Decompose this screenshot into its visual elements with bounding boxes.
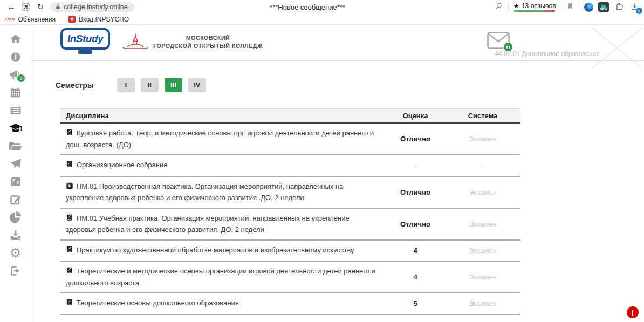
college-name-line1: Московский	[153, 34, 263, 42]
table-row: ПМ.01 Производственная практика. Организ…	[60, 177, 520, 209]
svg-text:A: A	[16, 180, 20, 185]
address-bar[interactable]: college.instudy.online	[51, 2, 134, 12]
col-header-discipline: Дисциплина	[60, 112, 386, 120]
table-row: Практикум по художественной обработке ма…	[60, 241, 520, 262]
browser-logo-icon[interactable]	[22, 3, 30, 11]
book-icon	[66, 266, 73, 278]
table-row: Организационное собрание - -	[60, 155, 520, 177]
extension-hand-icon[interactable]	[614, 1, 624, 13]
sidebar-nav: 3 A	[0, 25, 31, 322]
toolbar-separator	[561, 3, 561, 11]
main-area: InStudy Московский	[31, 25, 644, 322]
discipline-text: Курсовая работа. Теор. и методические ос…	[66, 129, 374, 149]
sidebar-item-messages[interactable]	[0, 155, 31, 173]
play-icon	[66, 182, 73, 193]
semester-tab-3-active[interactable]: III	[165, 78, 182, 92]
downloads-button[interactable]: 2	[629, 1, 641, 13]
grade-value: 4	[386, 273, 445, 281]
list-card-icon	[9, 104, 22, 117]
alert-notification-button[interactable]: !	[627, 306, 639, 318]
discipline-text: Теоретические основы дошкольного образов…	[77, 299, 239, 307]
discipline-text: Практикум по художественной обработке ма…	[77, 246, 354, 254]
bookmark-label: Объявления	[18, 16, 56, 23]
sidebar-item-info[interactable]	[0, 48, 31, 66]
semesters-label: Семестры	[56, 81, 94, 90]
reviews-count: 13 отзывов	[521, 2, 556, 10]
content-area: Семестры I II III IV Дисциплина Оценка С…	[31, 61, 644, 315]
edit-icon	[9, 193, 22, 206]
mail-button[interactable]: 11	[487, 32, 510, 49]
grades-table: Дисциплина Оценка Система Курсовая работ…	[60, 108, 520, 315]
sidebar-item-translate[interactable]: A	[0, 173, 31, 190]
instudy-logo-text: InStudy	[67, 33, 103, 45]
sidebar-item-logout[interactable]	[0, 262, 31, 279]
bookmark-inpsycho[interactable]: Вход.INPSYCHO	[68, 16, 129, 23]
sidebar-item-files[interactable]	[0, 137, 31, 155]
toolbar-separator	[508, 3, 509, 11]
grade-value: Отлично	[386, 135, 445, 143]
bookmarks-bar: LMS Объявления Вход.INPSYCHO	[0, 14, 644, 25]
lock-icon	[55, 4, 61, 10]
semester-tab-2[interactable]: II	[141, 78, 159, 92]
download-tray-icon	[9, 229, 22, 242]
pie-chart-icon	[9, 210, 22, 224]
system-value: Экзамен	[445, 220, 520, 228]
college-logo: Московский городской открытый колледж	[122, 28, 263, 56]
crest-favicon	[68, 16, 76, 23]
book-icon	[66, 128, 73, 140]
star-icon	[513, 2, 519, 10]
sidebar-item-calendar[interactable]	[0, 84, 31, 101]
reviews-widget[interactable]: 13 отзывов	[513, 2, 556, 12]
instudy-logo-stand	[78, 50, 92, 54]
sidebar-item-grades[interactable]	[0, 119, 31, 137]
sidebar-item-edit[interactable]	[0, 190, 31, 208]
semesters-row: Семестры I II III IV	[56, 78, 644, 92]
discipline-text: ПМ.01 Производственная практика. Организ…	[66, 182, 343, 202]
discipline-text: Теоретические и методические основы орга…	[66, 267, 375, 287]
sidebar-item-settings[interactable]	[0, 244, 31, 262]
info-icon	[10, 51, 22, 63]
bookmark-flag-icon[interactable]	[566, 2, 574, 13]
table-row: Теоретические и методические основы орга…	[60, 262, 520, 293]
sidebar-item-announcements[interactable]: 3	[0, 66, 31, 84]
extension-new-icon[interactable]: NEW	[598, 2, 609, 12]
reload-button[interactable]	[33, 1, 47, 13]
sidebar-item-home[interactable]	[0, 30, 31, 48]
announcements-badge: 3	[17, 74, 25, 83]
book-icon	[66, 245, 73, 257]
folder-open-icon	[9, 139, 22, 153]
bookmark-announcements[interactable]: LMS Объявления	[5, 16, 56, 23]
gear-icon	[10, 246, 22, 259]
instudy-logo[interactable]: InStudy	[60, 28, 110, 54]
system-value: Экзамен	[445, 299, 520, 307]
search-icon[interactable]	[494, 2, 503, 13]
sidebar-item-downloads[interactable]	[0, 226, 31, 244]
semester-tab-4[interactable]: IV	[188, 78, 206, 92]
grade-value: Отлично	[386, 220, 445, 228]
url-text: college.instudy.online	[64, 3, 128, 11]
book-icon	[66, 214, 73, 225]
program-name: 44.02.01 Дошкольное образование	[495, 50, 600, 58]
sidebar-item-journal[interactable]	[0, 101, 31, 119]
table-row: ПМ.01 Учебная практика. Организация меро…	[60, 209, 520, 241]
home-icon	[9, 33, 22, 46]
table-header: Дисциплина Оценка Система	[60, 108, 520, 124]
translate-book-icon: A	[9, 175, 22, 188]
back-button[interactable]	[4, 1, 18, 13]
system-value: Экзамен	[445, 135, 520, 143]
discipline-text: Организационное собрание	[77, 161, 167, 169]
table-row: Теоретические основы дошкольного образов…	[60, 293, 520, 315]
app-window: 3 A	[0, 25, 644, 322]
discipline-text: ПМ.01 Учебная практика. Организация меро…	[66, 214, 350, 234]
extension-orb-icon[interactable]	[584, 3, 593, 12]
lms-favicon: LMS	[5, 17, 15, 22]
grade-value: Отлично	[386, 188, 445, 196]
downloads-badge: 2	[636, 8, 642, 14]
sidebar-item-statistics[interactable]	[0, 208, 31, 226]
grade-value: 5	[386, 299, 445, 307]
semester-tab-1[interactable]: I	[117, 78, 135, 92]
col-header-grade: Оценка	[386, 112, 445, 120]
calendar-icon	[9, 86, 22, 99]
system-value: Экзамен	[445, 188, 520, 196]
college-name-line2: городской открытый колледж	[153, 42, 263, 50]
